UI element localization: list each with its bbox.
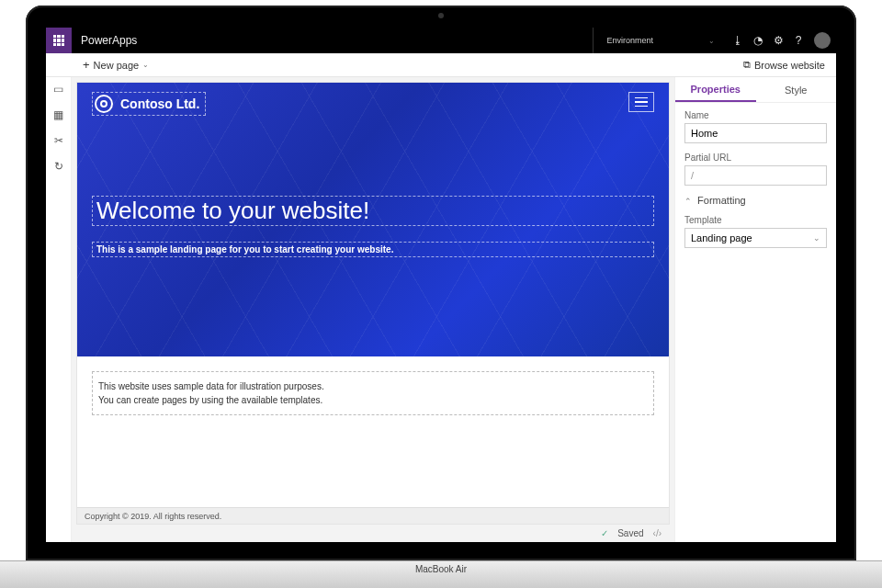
saved-label: Saved: [617, 528, 643, 538]
global-header: PowerApps Environment ⌄ ⭳ ◔ ⚙ ?: [46, 28, 836, 53]
environment-label: Environment: [606, 36, 653, 45]
formatting-label: Formatting: [697, 195, 746, 206]
laptop-base: MacBook Air: [0, 560, 882, 588]
formatting-section-toggle[interactable]: ⌃ Formatting: [684, 195, 827, 206]
page-headline[interactable]: Welcome to your website!: [92, 196, 654, 226]
check-icon: ✓: [601, 528, 608, 538]
canvas-area: Contoso Ltd. Welcome to your website! Th…: [72, 77, 674, 542]
body-text-block[interactable]: This website uses sample data for illust…: [92, 371, 654, 415]
left-tool-rail: ▭ ▦ ✂ ↻: [46, 77, 72, 542]
name-input[interactable]: [684, 123, 827, 143]
body-line: This website uses sample data for illust…: [98, 381, 648, 391]
template-field: Template Landing page ⌄: [684, 215, 827, 248]
open-external-icon: ⧉: [743, 59, 751, 71]
canvas-status-bar: ✓ Saved ‹/›: [77, 524, 669, 542]
body-line: You can create pages by using the availa…: [98, 395, 648, 405]
hero-section: Contoso Ltd. Welcome to your website! Th…: [77, 83, 669, 356]
environment-picker[interactable]: Environment ⌄: [593, 28, 728, 53]
notifications-icon[interactable]: ◔: [748, 34, 768, 47]
partial-url-label: Partial URL: [684, 153, 827, 163]
chevron-down-icon: ⌄: [813, 233, 820, 243]
new-page-label: New page: [94, 60, 140, 71]
brand-name: Contoso Ltd.: [120, 96, 199, 111]
hamburger-menu-button[interactable]: [628, 92, 654, 112]
brand-logo-icon: [95, 95, 113, 113]
name-label: Name: [684, 110, 827, 120]
properties-tabs: Properties Style: [675, 77, 836, 103]
components-rail-icon[interactable]: ▦: [52, 108, 65, 121]
pages-rail-icon[interactable]: ▭: [52, 83, 65, 96]
browse-website-button[interactable]: ⧉ Browse website: [738, 57, 831, 73]
tab-properties[interactable]: Properties: [675, 77, 756, 102]
settings-icon[interactable]: ⚙: [768, 34, 788, 47]
app-launcher-button[interactable]: [46, 28, 72, 53]
properties-pane: Properties Style Name Partial URL ⌃ Form…: [674, 77, 836, 542]
page-canvas[interactable]: Contoso Ltd. Welcome to your website! Th…: [77, 83, 669, 524]
help-icon[interactable]: ?: [788, 34, 808, 47]
chevron-down-icon: ⌃: [684, 197, 692, 206]
app-title: PowerApps: [72, 34, 146, 47]
chevron-down-icon: ⌄: [708, 37, 715, 45]
tools-rail-icon[interactable]: ✂: [52, 134, 65, 147]
camera-dot: [438, 13, 444, 18]
partial-url-input: [684, 165, 827, 186]
tab-style[interactable]: Style: [756, 77, 837, 102]
page-footer[interactable]: Copyright © 2019. All rights reserved.: [77, 507, 669, 524]
name-field: Name: [684, 110, 827, 143]
chevron-down-icon: ⌄: [142, 61, 149, 69]
user-avatar[interactable]: [814, 32, 831, 49]
waffle-icon: [53, 35, 64, 46]
new-page-button[interactable]: + New page ⌄: [77, 57, 154, 73]
template-value: Landing page: [691, 232, 752, 243]
command-bar: + New page ⌄ ⧉ Browse website: [46, 53, 836, 77]
sync-rail-icon[interactable]: ↻: [52, 160, 65, 173]
template-label: Template: [684, 215, 827, 225]
plus-icon: +: [83, 59, 90, 71]
template-select[interactable]: Landing page ⌄: [684, 228, 827, 248]
site-brand[interactable]: Contoso Ltd.: [92, 92, 206, 116]
page-subheadline[interactable]: This is a sample landing page for you to…: [92, 242, 654, 257]
code-toggle-icon[interactable]: ‹/›: [653, 528, 662, 538]
download-icon[interactable]: ⭳: [728, 34, 748, 47]
partial-url-field: Partial URL: [684, 153, 827, 186]
body-section: This website uses sample data for illust…: [77, 356, 669, 505]
browse-website-label: Browse website: [754, 60, 825, 71]
device-label: MacBook Air: [415, 564, 467, 574]
